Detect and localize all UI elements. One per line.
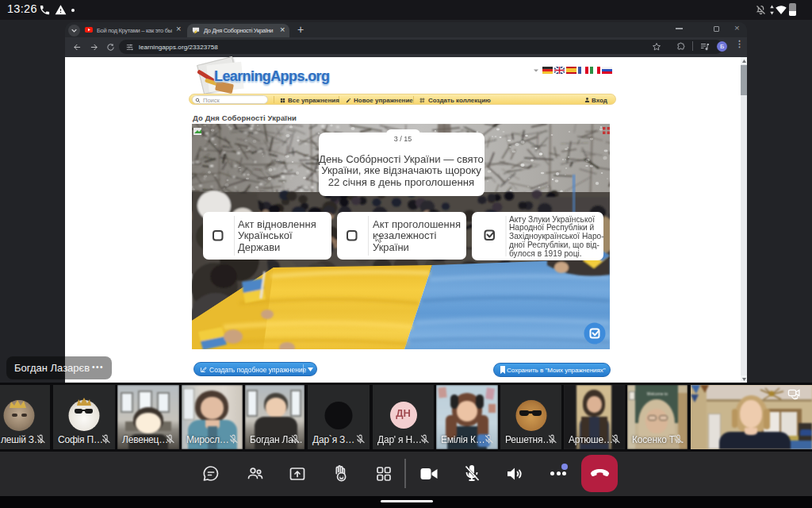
svg-text:Західноукраїнської Наро-: Західноукраїнської Наро- (509, 232, 604, 241)
svg-text:Держави: Держави (238, 241, 280, 253)
svg-text:Акт проголошення: Акт проголошення (373, 218, 461, 230)
svg-text:незалежності: незалежності (373, 229, 437, 241)
svg-text:22 січня в день проголошення: 22 січня в день проголошення (328, 176, 475, 188)
svg-text:булося в 1919 році.: булося в 1919 році. (509, 249, 582, 258)
svg-text:3 / 15: 3 / 15 (394, 135, 412, 143)
svg-text:День Собо́рності України — свя: День Собо́рності України — свято (319, 153, 484, 165)
svg-text:Народної Республіки й: Народної Республіки й (509, 223, 594, 232)
svg-text:України: України (373, 241, 409, 253)
svg-text:Акт відновлення: Акт відновлення (238, 218, 316, 230)
svg-text:дної Республіки, що від-: дної Республіки, що від- (509, 241, 599, 249)
svg-text:України, яке відзначають щорок: України, яке відзначають щороку (321, 164, 481, 176)
svg-text:Української: Української (238, 229, 293, 241)
svg-text:Акту Злуки Української: Акту Злуки Української (509, 215, 595, 224)
